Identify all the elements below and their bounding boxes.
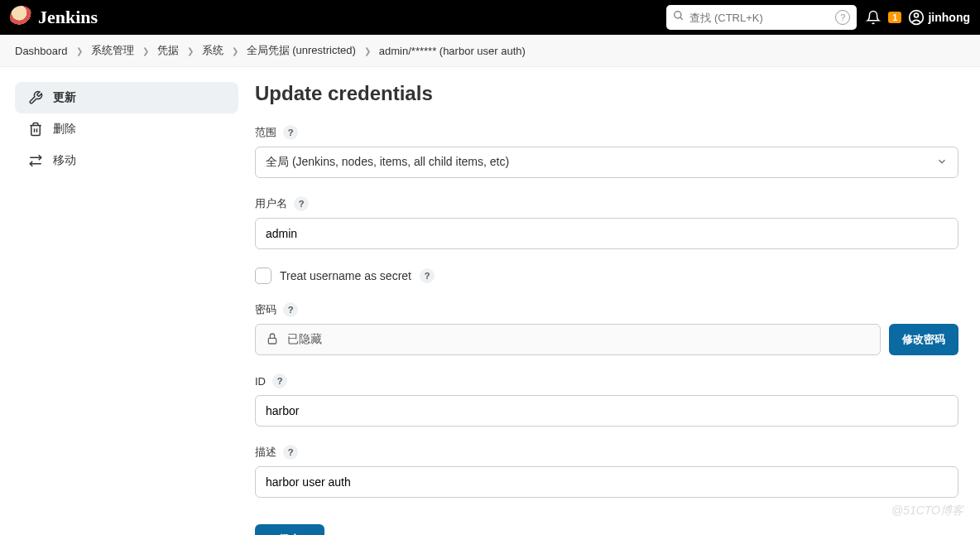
search-icon xyxy=(673,10,685,25)
svg-rect-6 xyxy=(268,338,276,344)
notification-badge[interactable]: 1 xyxy=(888,12,901,23)
change-password-button[interactable]: 修改密码 xyxy=(889,324,958,355)
chevron-right-icon: ❯ xyxy=(364,46,371,55)
sidebar-item-label: 移动 xyxy=(53,153,76,168)
sidebar: 更新 删除 移动 xyxy=(15,82,238,535)
breadcrumb-item[interactable]: Dashboard xyxy=(15,45,68,57)
sidebar-item-move[interactable]: 移动 xyxy=(15,145,238,176)
username-label: 用户名 xyxy=(255,196,287,211)
lock-icon xyxy=(266,332,279,348)
help-icon[interactable]: ? xyxy=(272,374,287,388)
page-title: Update credentials xyxy=(255,82,958,105)
help-icon[interactable]: ? xyxy=(283,125,298,140)
user-icon xyxy=(908,9,925,26)
chevron-down-icon xyxy=(936,156,948,170)
transfer-icon xyxy=(28,153,43,168)
username-label: jinhong xyxy=(928,11,970,24)
form-group-scope: 范围 ? 全局 (Jenkins, nodes, items, all chil… xyxy=(255,125,958,178)
password-label: 密码 xyxy=(255,302,276,317)
form-group-id: ID ? xyxy=(255,374,958,427)
form-group-treat-secret: Treat username as secret ? xyxy=(255,268,958,284)
description-input[interactable] xyxy=(255,466,958,498)
breadcrumb-item[interactable]: 系统 xyxy=(202,43,223,58)
chevron-right-icon: ❯ xyxy=(142,46,149,55)
form-group-password: 密码 ? 已隐藏 修改密码 xyxy=(255,302,958,355)
help-icon[interactable]: ? xyxy=(283,445,298,460)
id-label: ID xyxy=(255,375,266,388)
search-help-icon[interactable]: ? xyxy=(835,10,850,25)
wrench-icon xyxy=(28,90,43,105)
scope-select[interactable]: 全局 (Jenkins, nodes, items, all child ite… xyxy=(255,147,958,178)
chevron-right-icon: ❯ xyxy=(187,46,194,55)
sidebar-item-label: 删除 xyxy=(53,122,76,137)
description-label: 描述 xyxy=(255,445,276,460)
treat-secret-label: Treat username as secret xyxy=(280,269,411,282)
user-menu[interactable]: jinhong xyxy=(908,9,970,26)
svg-point-3 xyxy=(915,13,919,17)
top-header: Jenkins ? 1 jinhong xyxy=(0,0,980,35)
trash-icon xyxy=(28,122,43,137)
notification-bell-icon[interactable] xyxy=(863,7,883,27)
password-display: 已隐藏 xyxy=(255,324,881,355)
help-icon[interactable]: ? xyxy=(294,196,309,211)
search-input[interactable] xyxy=(689,12,830,24)
sidebar-item-delete[interactable]: 删除 xyxy=(15,113,238,145)
treat-secret-checkbox[interactable] xyxy=(255,268,271,284)
chevron-right-icon: ❯ xyxy=(76,46,83,55)
help-icon[interactable]: ? xyxy=(420,268,435,283)
breadcrumb: Dashboard ❯ 系统管理 ❯ 凭据 ❯ 系统 ❯ 全局凭据 (unres… xyxy=(0,35,980,67)
username-input[interactable] xyxy=(255,218,958,249)
breadcrumb-item[interactable]: 系统管理 xyxy=(91,43,134,58)
svg-line-1 xyxy=(680,17,683,20)
form-group-description: 描述 ? xyxy=(255,445,958,498)
password-hidden-text: 已隐藏 xyxy=(287,332,322,347)
scope-value: 全局 (Jenkins, nodes, items, all child ite… xyxy=(266,155,509,170)
id-input[interactable] xyxy=(255,395,958,427)
search-box[interactable]: ? xyxy=(666,5,857,30)
jenkins-logo-icon xyxy=(10,6,33,29)
sidebar-item-label: 更新 xyxy=(53,90,76,105)
sidebar-item-update[interactable]: 更新 xyxy=(15,82,238,113)
brand-text: Jenkins xyxy=(38,7,98,28)
breadcrumb-item[interactable]: 凭据 xyxy=(157,43,179,58)
chevron-right-icon: ❯ xyxy=(232,46,238,55)
breadcrumb-item[interactable]: admin/****** (harbor user auth) xyxy=(379,45,526,57)
svg-point-0 xyxy=(675,12,681,18)
save-button[interactable]: 保存 xyxy=(255,524,324,535)
help-icon[interactable]: ? xyxy=(283,302,298,317)
scope-label: 范围 xyxy=(255,125,276,140)
breadcrumb-item[interactable]: 全局凭据 (unrestricted) xyxy=(247,43,356,58)
form-group-username: 用户名 ? xyxy=(255,196,958,249)
logo-area[interactable]: Jenkins xyxy=(10,6,98,29)
content-area: Update credentials 范围 ? 全局 (Jenkins, nod… xyxy=(255,82,958,535)
